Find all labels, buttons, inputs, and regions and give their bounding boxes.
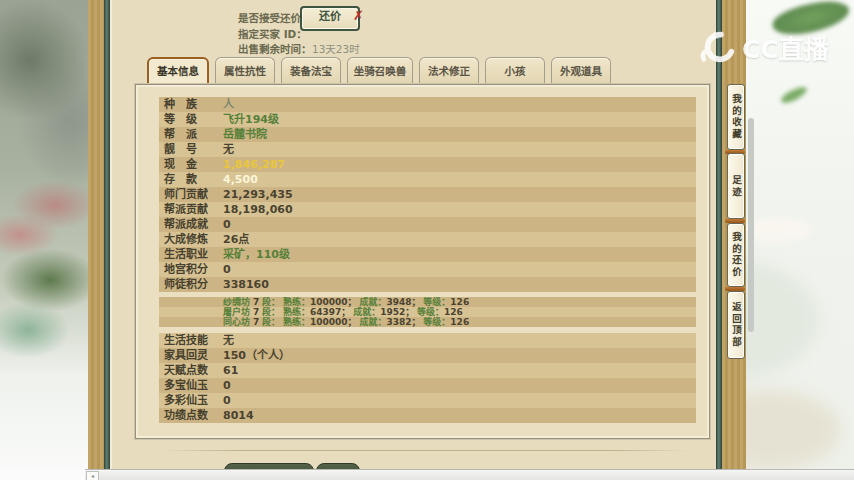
row-guild: 帮 派岳麓书院 [159, 127, 696, 142]
row-dacheng-cultivation: 大成修炼26点 [159, 232, 696, 247]
row-sect-contribution: 师门贡献21,293,435 [159, 187, 696, 202]
row-merit-points: 功绩点数8014 [159, 408, 696, 423]
row-level: 等 级飞升194级 [159, 112, 696, 127]
cc-logo-icon [700, 28, 738, 66]
row-furniture: 家具回灵150（个人） [159, 348, 696, 363]
scene-art [0, 0, 88, 480]
row-cash: 现 金1,846,287 [159, 157, 696, 172]
back-to-top-button[interactable]: 返回顶部 [727, 291, 745, 359]
row-dungeon-points: 地宫积分0 [159, 262, 696, 277]
character-info-panel: 种 族人 等 级飞升194级 帮 派岳麓书院 靓 号无 现 金1,846,287… [135, 84, 710, 439]
red-x-icon: ✗ [353, 8, 364, 23]
tab-spell-correction[interactable]: 法术修正 [419, 57, 479, 84]
tab-appearance-items[interactable]: 外观道具 [551, 57, 611, 84]
cc-brand-text: CC直播 [742, 29, 829, 65]
buyer-id-label: 指定买家 ID： [238, 26, 307, 41]
tab-attributes[interactable]: 属性抗性 [215, 57, 275, 84]
workshop-line: 纱绸坊 7 段： 熟练：100000； 成就：3948； 等级：126 [159, 297, 696, 307]
scrollbar-arrow-button[interactable]: ◂ [86, 471, 99, 480]
tab-bar: 基本信息 属性抗性 装备法宝 坐骑召唤兽 法术修正 小孩 外观道具 [147, 57, 611, 85]
row-guild-achievement: 帮派成就0 [159, 217, 696, 232]
horizontal-scrollbar[interactable] [85, 469, 854, 480]
info-rows: 种 族人 等 级飞升194级 帮 派岳麓书院 靓 号无 现 金1,846,287… [159, 97, 696, 292]
row-race: 种 族人 [159, 97, 696, 112]
row-vanity-id: 靓 号无 [159, 142, 696, 157]
row-talent-points: 天赋点数61 [159, 363, 696, 378]
tab-child[interactable]: 小孩 [485, 57, 545, 84]
divider [160, 450, 690, 451]
my-counter-offers-button[interactable]: 我的还价 [727, 223, 745, 287]
sale-time-value: 13天23时 [312, 41, 360, 56]
tab-equipment[interactable]: 装备法宝 [281, 57, 341, 84]
row-duobao-jade: 多宝仙玉0 [159, 378, 696, 393]
row-guild-contribution: 帮派贡献18,198,060 [159, 202, 696, 217]
frame-strip-left [88, 0, 104, 480]
row-life-profession: 生活职业采矿，110级 [159, 247, 696, 262]
row-savings: 存 款4,500 [159, 172, 696, 187]
workshop-line: 同心坊 7 段： 熟练：100000； 成就：3382； 等级：126 [159, 317, 696, 327]
footprints-button[interactable]: 足迹 [727, 153, 745, 219]
leaf-decoration [779, 84, 808, 106]
cc-watermark: CC直播 [700, 26, 850, 68]
sale-time-label: 出售剩余时间： [238, 41, 312, 56]
tab-mounts-pets[interactable]: 坐骑召唤兽 [347, 57, 413, 84]
screen: 是否接受还价： 还价 ✗ 指定买家 ID： 出售剩余时间： 13天23时 基本信… [0, 0, 854, 480]
misc-rows: 生活技能无 家具回灵150（个人） 天赋点数61 多宝仙玉0 多彩仙玉0 功绩点… [159, 333, 696, 423]
vertical-scrollbar-thumb[interactable] [748, 118, 754, 332]
row-life-skills: 生活技能无 [159, 333, 696, 348]
workshop-rows: 作 坊 纱绸坊 7 段： 熟练：100000； 成就：3948； 等级：126 … [159, 297, 696, 327]
counter-offer-button[interactable]: 还价 [300, 6, 360, 31]
row-mentor-points: 师徒积分338160 [159, 277, 696, 292]
workshop-line: 屠户坊 7 段： 熟练：64397； 成就：1952； 等级：126 [159, 307, 696, 317]
my-favorites-button[interactable]: 我的收藏 [727, 84, 745, 150]
row-duocai-jade: 多彩仙玉0 [159, 393, 696, 408]
